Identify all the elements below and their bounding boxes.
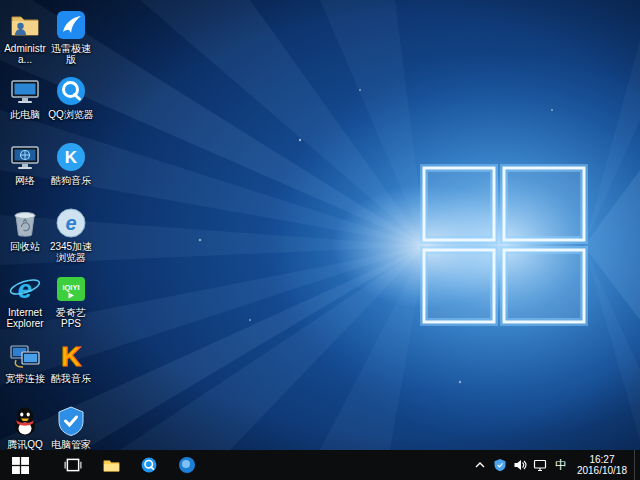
volume-button[interactable] [510, 450, 530, 480]
user-folder-icon [8, 8, 42, 42]
task-view-icon [64, 456, 82, 474]
kuwo-music-icon: K [54, 338, 88, 372]
icon-label: Internet Explorer [2, 307, 48, 329]
qq-penguin-icon [8, 404, 42, 438]
task-view-button[interactable] [54, 450, 92, 480]
desktop-icon-network[interactable]: 网络 [2, 140, 48, 186]
file-explorer-icon [102, 456, 121, 475]
clock-time: 16:27 [577, 454, 627, 465]
icon-label: 酷狗音乐 [48, 175, 94, 186]
desktop-icon-kuwo-music[interactable]: K 酷我音乐 [48, 338, 94, 384]
network-globe-icon [8, 140, 42, 174]
thunder-bird-icon [54, 8, 88, 42]
desktop-icon-iqiyi-pps[interactable]: iQIYI 爱奇艺PPS [48, 272, 94, 329]
hidden-icons-button[interactable] [470, 450, 490, 480]
desktop-icon-tencent-qq[interactable]: 腾讯QQ [2, 404, 48, 450]
taskbar-clock[interactable]: 16:27 2016/10/18 [572, 450, 634, 480]
icon-label: 迅雷极速版 [48, 43, 94, 65]
show-desktop-button[interactable] [634, 450, 640, 480]
clock-date: 2016/10/18 [577, 465, 627, 476]
recycle-bin-icon [8, 206, 42, 240]
svg-text:iQIYI: iQIYI [62, 283, 79, 292]
svg-text:e: e [18, 274, 32, 304]
desktop-icon-internet-explorer[interactable]: e Internet Explorer [2, 272, 48, 329]
icon-label: 2345加速浏览器 [48, 241, 94, 263]
icon-label: 腾讯QQ [2, 439, 48, 450]
qq-browser-icon [140, 456, 158, 474]
desktop-icon-kugou-music[interactable]: K 酷狗音乐 [48, 140, 94, 186]
chevron-up-icon [474, 459, 486, 471]
network-button[interactable] [530, 450, 550, 480]
windows-logo-icon [12, 457, 29, 474]
desktop-icon-administrator[interactable]: Administra... [2, 8, 48, 65]
icon-label: 酷我音乐 [48, 373, 94, 384]
icon-label: 网络 [2, 175, 48, 186]
qq-browser-icon [54, 74, 88, 108]
desktop-icon-pc-manager[interactable]: 电脑管家 [48, 404, 94, 450]
desktop-surface: Administra... 此电脑 网络 回收站 e [0, 0, 640, 450]
desktop-icon-2345-browser[interactable]: e 2345加速浏览器 [48, 206, 94, 263]
2345-browser-icon: e [54, 206, 88, 240]
shield-icon [493, 458, 507, 472]
desktop-icon-broadband[interactable]: 宽带连接 [2, 338, 48, 384]
svg-text:e: e [65, 212, 76, 234]
qq-browser-button[interactable] [130, 450, 168, 480]
start-button[interactable] [0, 450, 40, 480]
taskbar: 中 16:27 2016/10/18 [0, 450, 640, 480]
desktop-icon-this-pc[interactable]: 此电脑 [2, 74, 48, 120]
icon-label: 此电脑 [2, 109, 48, 120]
icon-label: QQ浏览器 [48, 109, 94, 120]
desktop-icon-recycle-bin[interactable]: 回收站 [2, 206, 48, 252]
svg-text:K: K [61, 341, 81, 372]
security-tray-button[interactable] [490, 450, 510, 480]
browser-circle-icon [178, 456, 196, 474]
desktop-icon-thunder[interactable]: 迅雷极速版 [48, 8, 94, 65]
network-ethernet-icon [533, 458, 547, 472]
kugou-music-icon: K [54, 140, 88, 174]
icon-label: Administra... [2, 43, 48, 65]
computer-icon [8, 74, 42, 108]
ime-indicator[interactable]: 中 [550, 450, 572, 480]
wallpaper-windows10-hero [0, 0, 640, 450]
speaker-icon [513, 458, 527, 472]
svg-text:K: K [65, 148, 78, 167]
icon-label: 宽带连接 [2, 373, 48, 384]
icon-label: 回收站 [2, 241, 48, 252]
file-explorer-button[interactable] [92, 450, 130, 480]
desktop-icon-qq-browser[interactable]: QQ浏览器 [48, 74, 94, 120]
icon-label: 爱奇艺PPS [48, 307, 94, 329]
pc-manager-shield-icon [54, 404, 88, 438]
broadband-connection-icon [8, 338, 42, 372]
icon-label: 电脑管家 [48, 439, 94, 450]
system-tray: 中 16:27 2016/10/18 [470, 450, 640, 480]
iqiyi-pps-icon: iQIYI [54, 272, 88, 306]
internet-explorer-icon: e [8, 272, 42, 306]
browser-circle-button[interactable] [168, 450, 206, 480]
